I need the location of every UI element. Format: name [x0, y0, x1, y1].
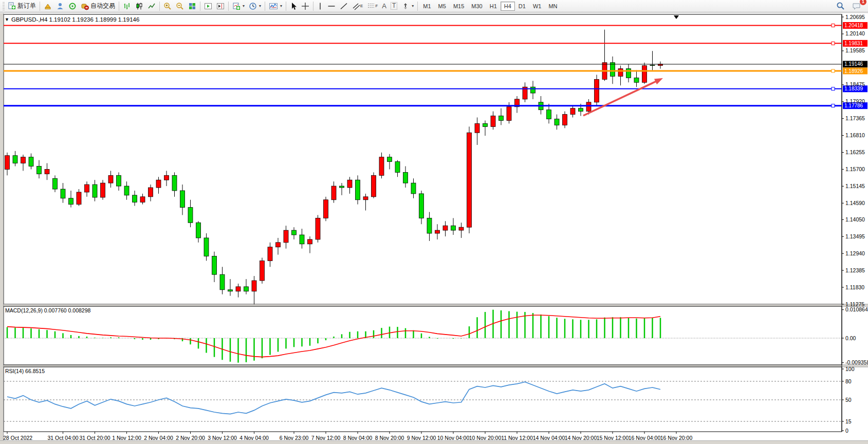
line-chart-icon	[147, 2, 156, 10]
rsi-tick-label: 15	[845, 418, 852, 424]
timeframe-w1[interactable]: W1	[529, 2, 545, 11]
timeframe-m1[interactable]: M1	[419, 2, 434, 11]
text-label-icon: T	[391, 2, 397, 10]
timeframe-m5[interactable]: M5	[435, 2, 450, 11]
time-axis: 28 Oct 202231 Oct 04:0031 Oct 20:001 Nov…	[3, 432, 692, 441]
candle-bearish	[634, 78, 639, 82]
notifications-button[interactable]: 1	[850, 1, 863, 12]
candle-bearish	[133, 195, 137, 202]
price-chip-label: 1.20418	[844, 23, 863, 28]
candle-bearish	[300, 235, 304, 244]
price-tick-label: 1.14050	[845, 216, 865, 223]
candle-bearish	[204, 238, 209, 256]
price-tick-label: 1.19585	[845, 47, 865, 53]
zoom-in-button[interactable]	[161, 1, 174, 12]
text-tool-button[interactable]: A	[380, 1, 389, 12]
price-tick-label: 1.12940	[845, 250, 865, 256]
candle-bearish	[228, 290, 233, 291]
chart-shift-button[interactable]	[214, 1, 227, 12]
candle-bearish	[403, 172, 408, 183]
macd-tick-label: -0.009358	[845, 359, 868, 365]
candle-bullish	[586, 102, 591, 112]
candle-bearish	[13, 156, 17, 163]
bar-chart-button[interactable]	[121, 1, 133, 12]
line-handle	[832, 87, 835, 90]
vertical-line-tool-button[interactable]	[315, 1, 325, 12]
price-tick-label: 1.18475	[845, 81, 865, 87]
window-bottom-border	[0, 440, 868, 444]
tile-windows-icon	[188, 2, 196, 10]
new-order-label: 新订单	[17, 2, 36, 10]
chart-canvas[interactable]: 1.204181.198311.191461.189261.183391.177…	[0, 13, 868, 444]
candle-bullish	[156, 180, 161, 188]
fibonacci-tool-button[interactable]: F	[365, 1, 380, 12]
price-tick-label: 1.20695	[845, 14, 865, 20]
toolbar-right-group: 1	[834, 1, 866, 12]
auto-trading-button[interactable]: 自动交易	[79, 1, 117, 12]
trendline-tool-button[interactable]	[338, 1, 350, 12]
price-tick-label: 1.20140	[845, 30, 865, 36]
candle-bearish	[427, 218, 432, 233]
line-handle	[832, 69, 835, 72]
rsi-tick-label: 100	[845, 366, 855, 372]
candle-bullish	[435, 230, 440, 233]
data-window-button[interactable]	[54, 1, 66, 12]
timeframe-mn[interactable]: MN	[545, 2, 561, 11]
macd-tick-label: 0.010864	[845, 306, 868, 312]
cursor-icon	[290, 2, 297, 10]
candle-bearish	[196, 223, 201, 238]
line-handle	[832, 24, 835, 27]
timeframe-d1[interactable]: D1	[515, 2, 529, 11]
candle-bearish	[547, 110, 551, 119]
trendline-icon	[340, 2, 348, 10]
candlestick-chart-button[interactable]	[133, 1, 145, 12]
rsi-tick-label: 0	[845, 428, 848, 434]
timeframe-h1[interactable]: H1	[486, 2, 501, 11]
equidistant-suffix: E	[360, 4, 363, 8]
navigator-button[interactable]	[66, 1, 79, 12]
price-tick-label: 1.11830	[845, 284, 864, 290]
candle-bearish	[499, 116, 504, 121]
candle-bullish	[236, 287, 241, 291]
chart-collapse-toggle[interactable]: ▼	[5, 17, 9, 22]
candle-bearish	[212, 256, 217, 275]
auto-trading-icon	[81, 2, 89, 10]
price-tick-label: 1.17365	[845, 115, 865, 121]
search-button[interactable]	[834, 1, 847, 12]
candle-bearish	[387, 157, 392, 162]
tile-windows-button[interactable]	[186, 1, 198, 12]
candle-bearish	[292, 230, 297, 235]
trading-terminal-window: { "toolbar": { "new_order_label": "新订单",…	[0, 0, 868, 444]
chart-shift-icon	[216, 2, 225, 10]
candle-bearish	[117, 175, 121, 186]
candle-bullish	[268, 247, 272, 261]
auto-scroll-button[interactable]	[202, 1, 214, 12]
indicators-button[interactable]: ▾	[267, 1, 284, 12]
line-handle	[832, 42, 835, 45]
timeframe-m30[interactable]: M30	[468, 2, 486, 11]
arrows-tool-button[interactable]: ▾	[399, 1, 416, 12]
equidistant-channel-tool-button[interactable]: E	[350, 1, 365, 12]
market-watch-button[interactable]	[42, 1, 54, 12]
horizontal-line-tool-button[interactable]	[325, 1, 338, 12]
candle-bullish	[595, 79, 599, 102]
cursor-tool-button[interactable]	[288, 1, 299, 12]
candle-bullish	[563, 115, 567, 125]
new-chart-dropdown-arrow: ▾	[243, 4, 245, 8]
new-chart-button[interactable]: ▾	[230, 1, 247, 12]
profiles-dropdown-arrow: ▾	[259, 4, 261, 8]
candle-bearish	[53, 178, 58, 189]
timeframe-m15[interactable]: M15	[450, 2, 468, 11]
zoom-out-button[interactable]	[174, 1, 186, 12]
crosshair-tool-button[interactable]	[299, 1, 311, 12]
candle-bullish	[164, 175, 169, 180]
chart-window: 1.204181.198311.191461.189261.183391.177…	[0, 13, 868, 444]
candle-bearish	[124, 186, 129, 195]
timeframe-h4[interactable]: H4	[501, 2, 515, 11]
candle-bearish	[61, 189, 65, 198]
search-icon	[836, 2, 845, 10]
profiles-button[interactable]: ▾	[247, 1, 263, 12]
line-chart-button[interactable]	[145, 1, 158, 12]
new-order-button[interactable]: 新订单	[6, 1, 38, 12]
text-label-tool-button[interactable]: T	[389, 1, 399, 12]
